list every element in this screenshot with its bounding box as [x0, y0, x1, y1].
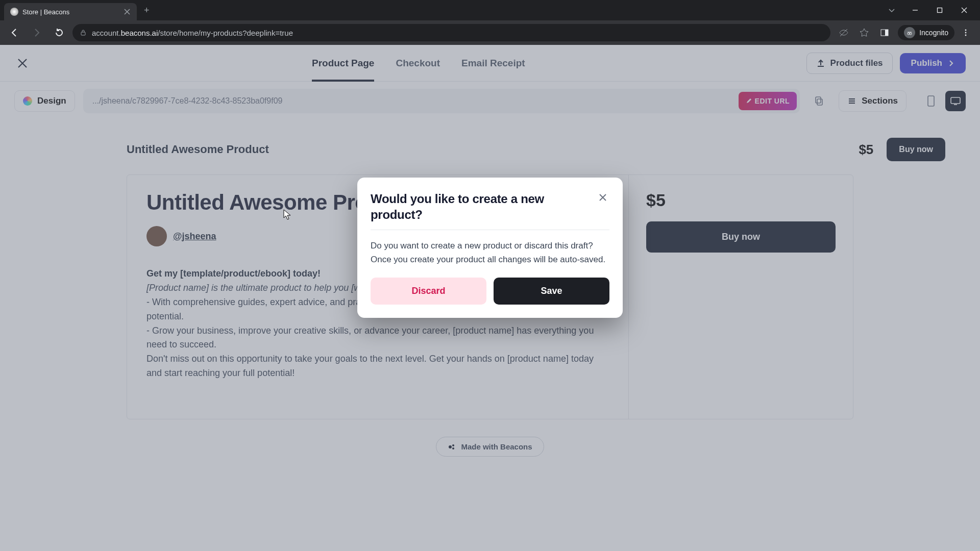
back-icon[interactable]: [5, 23, 23, 42]
window-close-icon[interactable]: [952, 2, 976, 18]
chevron-down-icon[interactable]: [884, 2, 899, 18]
window-controls: [884, 2, 976, 18]
lock-icon: [80, 29, 87, 36]
reload-icon[interactable]: [50, 23, 68, 42]
address-bar: account.beacons.ai/store/home/my-product…: [0, 20, 980, 45]
modal-overlay[interactable]: Would you like to create a new product? …: [0, 45, 980, 551]
tab-strip: Store | Beacons +: [0, 0, 980, 20]
app-stage: Product Page Checkout Email Receipt Prod…: [0, 45, 980, 551]
maximize-icon[interactable]: [928, 2, 951, 18]
svg-point-8: [965, 35, 967, 36]
svg-rect-1: [81, 32, 85, 35]
modal-body: Do you want to create a new product or d…: [371, 239, 609, 266]
incognito-icon: [904, 27, 915, 38]
svg-point-5: [910, 33, 912, 35]
cursor-icon: [283, 209, 291, 220]
create-product-modal: Would you like to create a new product? …: [357, 178, 623, 318]
panel-icon[interactable]: [875, 23, 894, 42]
tab-title: Store | Beacons: [22, 8, 119, 16]
new-tab-button[interactable]: +: [137, 5, 157, 16]
modal-close-button[interactable]: [596, 191, 609, 222]
kebab-icon[interactable]: [957, 23, 975, 42]
save-button[interactable]: Save: [494, 278, 609, 305]
modal-actions: Discard Save: [371, 278, 609, 305]
incognito-label: Incognito: [919, 29, 948, 37]
minimize-icon[interactable]: [903, 2, 927, 18]
forward-icon: [28, 23, 46, 42]
browser-chrome: Store | Beacons + account.beacons.ai/sto…: [0, 0, 980, 45]
svg-point-7: [965, 32, 967, 34]
eye-off-icon[interactable]: [835, 23, 853, 42]
svg-rect-0: [938, 8, 942, 13]
incognito-indicator[interactable]: Incognito: [898, 25, 954, 40]
star-icon[interactable]: [855, 23, 873, 42]
svg-rect-3: [885, 30, 888, 36]
url-text: account.beacons.ai/store/home/my-product…: [92, 29, 293, 37]
favicon-icon: [10, 8, 18, 16]
svg-point-4: [908, 33, 910, 35]
svg-point-6: [965, 30, 967, 31]
browser-tab[interactable]: Store | Beacons: [4, 3, 137, 20]
discard-button[interactable]: Discard: [371, 278, 486, 305]
url-field[interactable]: account.beacons.ai/store/home/my-product…: [72, 24, 830, 41]
close-icon[interactable]: [124, 8, 131, 15]
modal-title: Would you like to create a new product?: [371, 191, 587, 222]
